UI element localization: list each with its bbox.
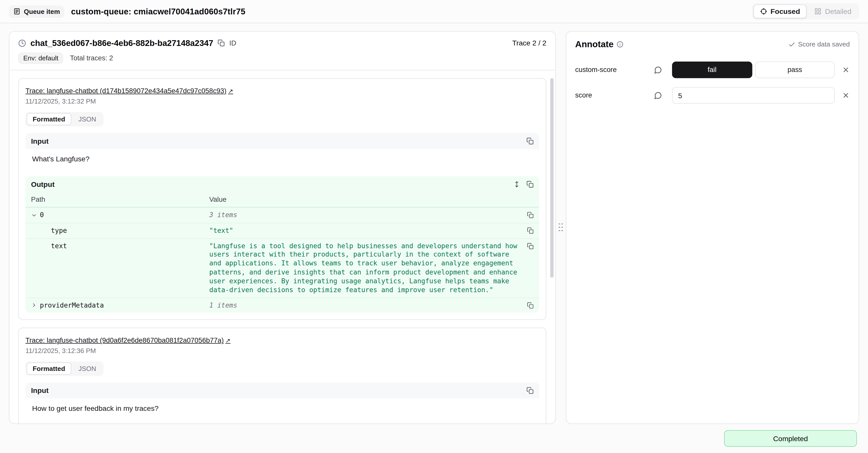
queue-item-label: Queue item	[24, 7, 60, 16]
json-value: 3 items	[209, 210, 522, 220]
copy-icon	[527, 181, 534, 188]
copy-icon	[527, 137, 534, 145]
annotate-panel: Annotate Score data saved custom-score f…	[566, 31, 859, 424]
copy-icon	[527, 387, 534, 394]
chevron-down-icon[interactable]	[31, 212, 37, 218]
output-label: Output	[31, 180, 55, 188]
trace-link-text: Trace: langfuse-chatbot (9d0a6f2e6de8670…	[26, 337, 224, 344]
vertical-scrollbar[interactable]	[550, 78, 554, 278]
json-value: 1 items	[209, 301, 522, 310]
copy-icon	[527, 227, 534, 234]
input-block: Input How to get user feedback in my tra…	[26, 383, 539, 419]
app-root: Queue item custom-queue: cmiacwel70041ad…	[0, 0, 868, 453]
unfold-icon	[513, 181, 521, 188]
external-link-icon: ↗	[225, 337, 230, 344]
path-column-header: Path	[31, 196, 209, 203]
save-status-text: Score data saved	[798, 40, 850, 48]
score-name: score	[575, 91, 654, 99]
copy-input-button[interactable]	[527, 137, 534, 145]
comment-bubble-icon	[654, 91, 662, 100]
json-key: 0	[40, 211, 44, 219]
table-row[interactable]: providerMetadata 1 items	[26, 298, 539, 313]
table-row[interactable]: 0 3 items	[26, 207, 539, 223]
grid-icon	[814, 8, 822, 15]
save-status: Score data saved	[788, 40, 850, 48]
trace-panel-header: chat_536ed067-b86e-4eb6-882b-ba27148a234…	[9, 32, 555, 70]
id-label: ID	[229, 39, 236, 47]
trace-item-2: Trace: langfuse-chatbot (9d0a6f2e6de8670…	[18, 328, 546, 423]
expand-output-button[interactable]	[513, 181, 521, 188]
copy-icon	[218, 39, 225, 47]
trace-link[interactable]: Trace: langfuse-chatbot (9d0a6f2e6de8670…	[26, 337, 230, 344]
json-key: providerMetadata	[40, 301, 104, 309]
focused-toggle-button[interactable]: Focused	[753, 4, 807, 19]
env-badge: Env: default	[18, 53, 63, 64]
trace-timestamp: 11/12/2025, 3:12:32 PM	[26, 97, 539, 105]
input-label: Input	[31, 387, 49, 395]
input-label: Input	[31, 137, 49, 145]
comment-bubble-icon	[654, 66, 662, 74]
trace-scroll-area[interactable]: Trace: langfuse-chatbot (d174b1589072e43…	[9, 70, 555, 423]
trace-counter: Trace 2 / 2	[512, 39, 546, 47]
detailed-toggle-button[interactable]: Detailed	[808, 4, 858, 19]
detailed-label: Detailed	[825, 7, 851, 16]
value-column-header: Value	[209, 196, 534, 203]
queue-item-badge: Queue item	[9, 5, 64, 18]
session-title: chat_536ed067-b86e-4eb6-882b-ba27148a234…	[31, 38, 213, 48]
clock-icon	[18, 39, 26, 47]
score-option-pass[interactable]: pass	[755, 62, 835, 78]
json-key: text	[51, 242, 67, 250]
score-value-input[interactable]	[672, 87, 835, 104]
output-json-table: Path Value 0 3 items	[26, 192, 539, 313]
numeric-score-control	[672, 87, 835, 104]
annotate-header: Annotate Score data saved	[575, 39, 850, 50]
copy-output-button[interactable]	[527, 181, 534, 188]
queue-item-icon	[13, 8, 21, 15]
close-icon	[842, 91, 850, 99]
table-header-row: Path Value	[26, 192, 539, 207]
copy-row-button[interactable]	[527, 212, 534, 219]
footer-bar: Completed	[0, 424, 868, 453]
output-block: Output	[26, 176, 539, 313]
copy-input-button[interactable]	[527, 387, 534, 394]
completed-button[interactable]: Completed	[724, 430, 857, 447]
score-option-fail[interactable]: fail	[672, 62, 752, 78]
tab-json[interactable]: JSON	[72, 363, 102, 375]
format-tabs: Formatted JSON	[26, 112, 103, 126]
annotate-title: Annotate	[575, 39, 614, 50]
copy-icon	[527, 212, 534, 219]
page-title: custom-queue: cmiacwel70041ad060s7tlr75	[71, 6, 245, 16]
remove-score-button[interactable]	[842, 66, 850, 74]
external-link-icon: ↗	[228, 88, 233, 94]
panel-resize-handle[interactable]	[558, 221, 564, 234]
copy-row-button[interactable]	[527, 227, 534, 234]
trace-panel: chat_536ed067-b86e-4eb6-882b-ba27148a234…	[9, 31, 556, 424]
total-traces-label: Total traces: 2	[70, 54, 113, 62]
copy-row-button[interactable]	[527, 243, 534, 249]
tab-formatted[interactable]: Formatted	[27, 363, 71, 375]
json-key: type	[51, 227, 67, 234]
table-row[interactable]: text "Langfuse is a tool designed to hel…	[26, 238, 539, 298]
categorical-score-options: fail pass	[672, 62, 835, 78]
trace-item-1: Trace: langfuse-chatbot (d174b1589072e43…	[18, 78, 546, 320]
crosshair-icon	[760, 8, 767, 15]
json-value: "text"	[209, 226, 522, 235]
remove-score-button[interactable]	[842, 91, 850, 99]
content-area: chat_536ed067-b86e-4eb6-882b-ba27148a234…	[0, 23, 868, 424]
comment-button[interactable]	[654, 66, 662, 74]
trace-timestamp: 11/12/2025, 3:12:36 PM	[26, 347, 539, 355]
copy-id-button[interactable]	[218, 39, 225, 47]
info-icon[interactable]	[617, 41, 623, 48]
tab-formatted[interactable]: Formatted	[27, 113, 71, 125]
comment-button[interactable]	[654, 91, 662, 100]
table-row[interactable]: type "text"	[26, 223, 539, 238]
topbar: Queue item custom-queue: cmiacwel70041ad…	[0, 0, 868, 23]
close-icon	[842, 66, 850, 74]
trace-link[interactable]: Trace: langfuse-chatbot (d174b1589072e43…	[26, 87, 233, 95]
copy-row-button[interactable]	[527, 302, 534, 309]
copy-icon	[527, 243, 534, 249]
tab-json[interactable]: JSON	[72, 113, 102, 125]
score-row-custom-score: custom-score fail pass	[575, 62, 850, 78]
chevron-right-icon[interactable]	[31, 302, 37, 308]
score-name: custom-score	[575, 66, 654, 74]
